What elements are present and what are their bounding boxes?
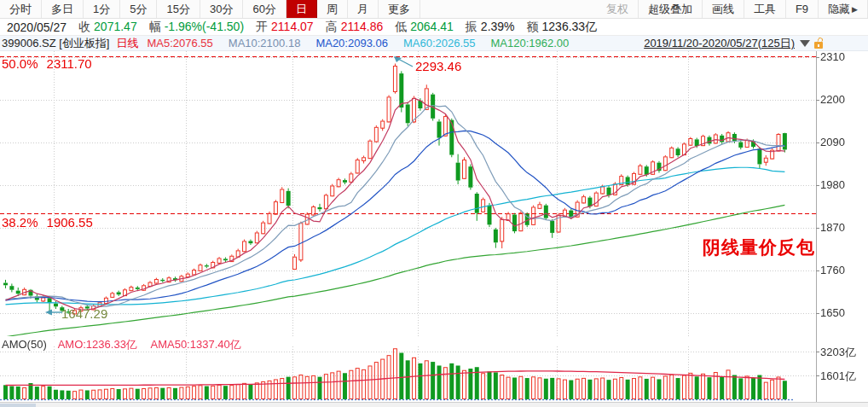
ma-labels: MA5:2076.55MA10:2100.18MA20:2093.06MA60:…: [147, 37, 584, 49]
quote-date: 2020/05/27: [7, 20, 67, 34]
chart-note: 阴线量价反包: [703, 235, 815, 259]
period-tab-5[interactable]: 15分: [157, 0, 200, 18]
low-price-label: 1647.29: [61, 306, 107, 321]
toolbar-button-5[interactable]: F9: [786, 0, 819, 18]
ma-label-1: MA5:2076.55: [147, 37, 212, 49]
unlock-icon[interactable]: [814, 38, 824, 49]
chart-region: 23102200209019801870176016503203亿1601亿 5…: [0, 51, 868, 407]
period-label: 日线: [116, 36, 138, 51]
expand-right-icon: ▶: [852, 5, 858, 14]
ma-label-4: MA60:2026.55: [403, 37, 476, 49]
quote-field-低: 低2064.41: [395, 20, 454, 33]
axis-label: 1650: [820, 306, 845, 319]
quote-field-幅: 幅-1.96%(-41.50): [149, 20, 244, 33]
quote-field-振: 振2.39%: [466, 20, 515, 33]
toolbar-button-1[interactable]: 复权: [597, 0, 639, 18]
period-tab-1[interactable]: 分时: [0, 0, 42, 18]
quote-field-开: 开2114.07: [256, 20, 314, 33]
volume-titles: AMO(50) AMO:1236.33亿 AMA50:1337.40亿: [2, 337, 241, 352]
price-chart-canvas[interactable]: [0, 51, 817, 336]
period-tab-9[interactable]: 周: [317, 0, 348, 18]
toolbar-button-2[interactable]: 超级叠加: [639, 0, 703, 18]
scrollbar-thumb[interactable]: [0, 404, 36, 407]
period-tab-4[interactable]: 5分: [120, 0, 157, 18]
axis-label: 2200: [820, 93, 845, 106]
period-tab-2[interactable]: 多日: [42, 0, 84, 18]
toolbar-button-3[interactable]: 画线: [703, 0, 744, 18]
period-tab-7[interactable]: 60分: [243, 0, 286, 18]
bottom-scrollbar[interactable]: [0, 402, 868, 407]
fib-50-label: 50.0%2311.70: [2, 56, 92, 71]
toolbar-button-6[interactable]: 隐藏▶: [819, 0, 868, 18]
period-tab-6[interactable]: 30分: [200, 0, 243, 18]
period-toolbar: 分时多日1分5分15分30分60分日周月更多复权超级叠加画线工具F9隐藏▶: [0, 0, 868, 19]
ma-label-5: MA120:1962.00: [491, 37, 570, 49]
axis-separator: [816, 51, 817, 402]
indicator-bar: 399006.SZ [创业板指] 日线 MA5:2076.55MA10:2100…: [0, 36, 868, 51]
quote-field-收: 收2071.47: [78, 20, 137, 33]
axis-label: 1760: [820, 264, 845, 276]
period-tab-3[interactable]: 1分: [84, 0, 120, 18]
axis-label: 2310: [820, 50, 845, 63]
fib-382-label: 38.2%1906.55: [2, 215, 93, 230]
stock-chart-app: 分时多日1分5分15分30分60分日周月更多复权超级叠加画线工具F9隐藏▶ 20…: [0, 0, 868, 407]
axis-label: 1980: [820, 178, 845, 191]
quote-field-高: 高2114.86: [326, 20, 384, 33]
period-tab-8[interactable]: 日: [286, 0, 317, 18]
volume-indicator-name: AMO(50): [2, 338, 47, 351]
amo-value: AMO:1236.33亿: [58, 338, 137, 351]
peak-price-label: 2293.46: [415, 59, 461, 73]
peak-arrow-icon: [392, 54, 416, 69]
date-range-selector[interactable]: 2019/11/20-2020/05/27(125日): [644, 36, 795, 51]
ma-label-3: MA20:2093.06: [315, 37, 388, 49]
period-tab-11[interactable]: 更多: [379, 0, 420, 18]
axis-label: 3203亿: [820, 345, 856, 360]
axis-label: 1601亿: [820, 369, 856, 384]
symbol-code: 399006.SZ [创业板指]: [2, 36, 109, 51]
ama50-value: AMA50:1337.40亿: [150, 338, 240, 351]
quote-fields: 收2071.47幅-1.96%(-41.50)开2114.07高2114.86低…: [78, 20, 609, 35]
axis-label: 2090: [820, 136, 845, 148]
quote-info-bar: 2020/05/27 收2071.47幅-1.96%(-41.50)开2114.…: [0, 19, 868, 36]
toolbar-button-4[interactable]: 工具: [744, 0, 786, 18]
axis-label: 1870: [820, 221, 845, 234]
ma-label-2: MA10:2100.18: [229, 37, 301, 49]
period-tab-10[interactable]: 月: [348, 0, 379, 18]
low-arrow-icon: [44, 308, 63, 317]
chevron-down-icon[interactable]: [800, 40, 810, 47]
quote-field-额: 额1236.33亿: [527, 20, 598, 33]
